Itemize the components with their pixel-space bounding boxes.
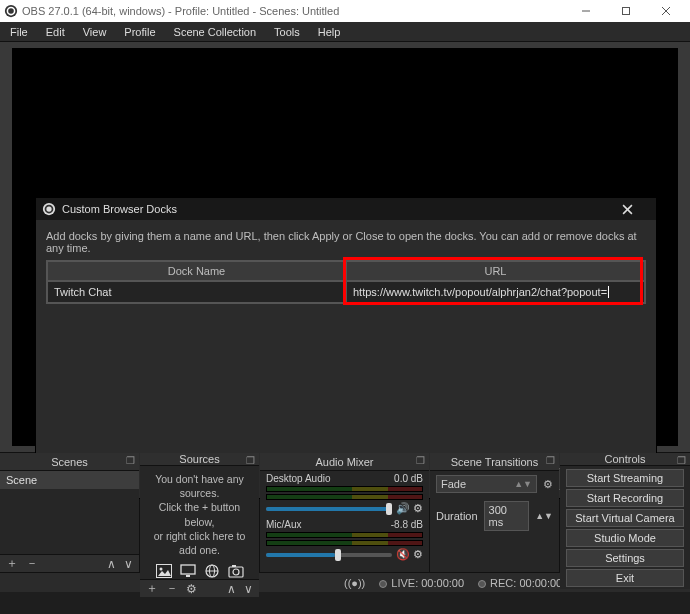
rec-status-dot — [478, 580, 486, 588]
close-button[interactable] — [646, 0, 686, 22]
gear-icon[interactable]: ⚙ — [413, 548, 423, 561]
mixer-channel-desktop: Desktop Audio0.0 dB 🔊⚙ — [260, 471, 429, 517]
svg-rect-15 — [186, 575, 190, 577]
chevron-updown-icon: ▲▼ — [514, 479, 532, 489]
popout-icon[interactable]: ❐ — [126, 455, 135, 466]
start-recording-button[interactable]: Start Recording — [566, 489, 684, 507]
obs-logo-icon — [4, 4, 18, 18]
docks-table: Dock Name URL Twitch Chat https://www.tw… — [46, 260, 646, 304]
svg-rect-4 — [623, 8, 630, 15]
transition-select[interactable]: Fade▲▼ — [436, 475, 537, 493]
col-header-url: URL — [346, 261, 645, 281]
dock-name-input[interactable]: Twitch Chat — [47, 281, 346, 303]
minimize-button[interactable] — [566, 0, 606, 22]
camera-source-icon — [226, 563, 246, 579]
scenes-dock: Scenes❐ Scene ＋ － ∧ ∨ — [0, 453, 140, 572]
rec-status: REC: 00:00:00 — [490, 577, 562, 589]
menu-help[interactable]: Help — [310, 24, 349, 40]
speaker-icon[interactable]: 🔊 — [396, 502, 410, 515]
live-status-dot — [379, 580, 387, 588]
controls-dock: Controls❐ Start Streaming Start Recordin… — [560, 453, 690, 572]
svg-point-2 — [8, 8, 14, 14]
popout-icon[interactable]: ❐ — [677, 455, 686, 466]
sources-title: Sources — [179, 453, 219, 465]
menu-edit[interactable]: Edit — [38, 24, 73, 40]
exit-button[interactable]: Exit — [566, 569, 684, 587]
docks-row: Scenes❐ Scene ＋ － ∧ ∨ Sources❐ You don't… — [0, 452, 690, 572]
popout-icon[interactable]: ❐ — [546, 455, 555, 466]
globe-source-icon — [202, 563, 222, 579]
scenes-title: Scenes — [51, 456, 88, 468]
scene-down-button[interactable]: ∨ — [124, 557, 133, 571]
source-down-button[interactable]: ∨ — [244, 582, 253, 596]
sources-dock: Sources❐ You don't have any sources. Cli… — [140, 453, 260, 572]
audio-mixer-dock: Audio Mixer❐ Desktop Audio0.0 dB 🔊⚙ Mic/… — [260, 453, 430, 572]
mixer-ch-level: -8.8 dB — [391, 519, 423, 530]
add-source-button[interactable]: ＋ — [146, 580, 158, 597]
preview-area: No sour Custom Browser Docks Add docks b… — [0, 42, 690, 452]
image-source-icon — [154, 563, 174, 579]
duration-spinner[interactable]: 300 ms — [484, 501, 530, 531]
svg-point-13 — [159, 568, 162, 571]
start-streaming-button[interactable]: Start Streaming — [566, 469, 684, 487]
remove-source-button[interactable]: － — [166, 580, 178, 597]
dialog-instruction: Add docks by giving them a name and URL,… — [46, 230, 646, 254]
dialog-titlebar: Custom Browser Docks — [36, 198, 656, 220]
audio-meter — [266, 494, 423, 500]
transitions-title: Scene Transitions — [451, 456, 538, 468]
gear-icon[interactable]: ⚙ — [543, 478, 553, 491]
col-header-dock-name: Dock Name — [47, 261, 346, 281]
audio-meter — [266, 532, 423, 538]
volume-slider[interactable] — [266, 553, 392, 557]
start-virtual-camera-button[interactable]: Start Virtual Camera — [566, 509, 684, 527]
window-titlebar: OBS 27.0.1 (64-bit, windows) - Profile: … — [0, 0, 690, 22]
network-icon: ((●)) — [344, 577, 365, 589]
scene-up-button[interactable]: ∧ — [107, 557, 116, 571]
menu-scene-collection[interactable]: Scene Collection — [166, 24, 265, 40]
duration-label: Duration — [436, 510, 478, 522]
maximize-button[interactable] — [606, 0, 646, 22]
popout-icon[interactable]: ❐ — [416, 455, 425, 466]
display-source-icon — [178, 563, 198, 579]
mixer-ch-level: 0.0 dB — [394, 473, 423, 484]
remove-scene-button[interactable]: － — [26, 555, 38, 572]
dialog-close-button[interactable] — [622, 204, 650, 215]
menu-view[interactable]: View — [75, 24, 115, 40]
audio-meter — [266, 540, 423, 546]
menu-profile[interactable]: Profile — [116, 24, 163, 40]
scene-transitions-dock: Scene Transitions❐ Fade▲▼ ⚙ Duration 300… — [430, 453, 560, 572]
add-scene-button[interactable]: ＋ — [6, 555, 18, 572]
dialog-title: Custom Browser Docks — [62, 203, 622, 215]
settings-button[interactable]: Settings — [566, 549, 684, 567]
svg-point-20 — [233, 569, 239, 575]
dock-url-input[interactable]: https://www.twitch.tv/popout/alphrjan2/c… — [346, 281, 645, 303]
controls-title: Controls — [605, 453, 646, 465]
mixer-ch-name: Mic/Aux — [266, 519, 302, 530]
audio-meter — [266, 486, 423, 492]
mute-icon[interactable]: 🔇 — [396, 548, 410, 561]
window-title: OBS 27.0.1 (64-bit, windows) - Profile: … — [22, 5, 566, 17]
dock-url-value: https://www.twitch.tv/popout/alphrjan2/c… — [353, 286, 607, 298]
mixer-title: Audio Mixer — [315, 456, 373, 468]
menu-file[interactable]: File — [2, 24, 36, 40]
source-properties-button[interactable]: ⚙ — [186, 582, 197, 596]
obs-logo-icon — [42, 202, 56, 216]
popout-icon[interactable]: ❐ — [246, 455, 255, 466]
menu-tools[interactable]: Tools — [266, 24, 308, 40]
spinner-buttons[interactable]: ▲▼ — [535, 511, 553, 521]
svg-rect-14 — [181, 565, 195, 574]
svg-point-9 — [46, 206, 51, 211]
source-up-button[interactable]: ∧ — [227, 582, 236, 596]
sources-empty-message: You don't have any sources. Click the + … — [140, 466, 259, 561]
menubar: File Edit View Profile Scene Collection … — [0, 22, 690, 42]
svg-rect-21 — [232, 565, 236, 567]
mixer-channel-mic: Mic/Aux-8.8 dB 🔇⚙ — [260, 517, 429, 563]
mixer-ch-name: Desktop Audio — [266, 473, 331, 484]
volume-slider[interactable] — [266, 507, 392, 511]
gear-icon[interactable]: ⚙ — [413, 502, 423, 515]
scene-item[interactable]: Scene — [0, 471, 139, 489]
live-status: LIVE: 00:00:00 — [391, 577, 464, 589]
studio-mode-button[interactable]: Studio Mode — [566, 529, 684, 547]
